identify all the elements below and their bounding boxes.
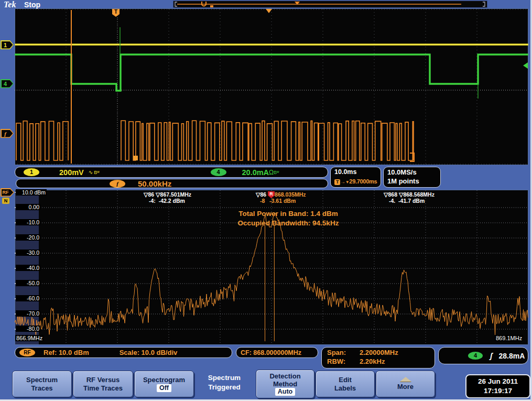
y-axis-label: -30.0 [16, 250, 40, 256]
marker-right-freq: 868.568MHz [403, 191, 435, 198]
trigger-readout-pill: 4 ʃ 28.8mA [438, 347, 528, 364]
marker-right-clipped-freq: 868 [388, 191, 397, 198]
button-label: Detection [269, 372, 300, 380]
button-label: Spectrogram [143, 376, 185, 384]
rf-channel-tag-label: RF [1, 188, 14, 197]
y-axis-label: -70.0 [16, 310, 40, 317]
datetime-display: 26 Jun 2011 17:19:17 [465, 374, 530, 398]
button-label: Labels [334, 384, 356, 392]
spectrogram-button[interactable]: Spectrogram Off [134, 371, 194, 397]
channel1-tag[interactable]: 1 [1, 40, 14, 49]
occupied-bandwidth-text: Occupied Bandwidth: 94.5kHz [191, 219, 385, 228]
record-length: 1M points [387, 177, 440, 185]
span-value: 2.20000MHz [360, 349, 398, 356]
rf-versus-time-button[interactable]: RF Versus Time Traces [73, 371, 133, 397]
rf-settings-pill: RF Ref: 10.0 dBm Scale: 10.0 dB/div [15, 347, 232, 358]
ohm-icon: Ω [269, 169, 274, 176]
button-label: Method [273, 380, 297, 388]
button-label: Time Traces [83, 384, 123, 392]
marker-left-freq: 867.501MHz [160, 191, 192, 198]
normal-trace-badge: N [2, 198, 9, 204]
stop-frequency-label: 869.1MHz [495, 335, 523, 341]
channel4-badge: 4 [211, 168, 226, 176]
edit-labels-button[interactable]: Edit Labels [316, 371, 375, 397]
rising-edge-icon: ʃ [490, 352, 492, 360]
button-label: Traces [31, 384, 52, 392]
marker-center-amp: -3.61 dBm [269, 198, 296, 204]
channel4-scale: 20.0mA [242, 168, 269, 177]
ref-level-label: 10.0 dBm [16, 189, 47, 196]
y-axis-label: -20.0 [16, 234, 40, 241]
noise-filter-icon: ∿ [89, 169, 93, 175]
rf-badge: RF [19, 349, 35, 356]
channel4-tag[interactable]: 4 [1, 79, 14, 88]
oscilloscope-screen: Tek Stop 1 4 f T 1 200mV ∿ Bʷ 4 20.0mA Ω… [0, 0, 532, 401]
spectrogram-state: Off [157, 384, 171, 392]
trigger-source-badge: 4 [468, 352, 483, 360]
tek-logo: Tek [4, 0, 16, 9]
arrow-icon: → [340, 179, 345, 185]
start-frequency-label: 866.9MHz [15, 335, 44, 341]
center-frequency-pill: CF: 868.000000MHz [236, 347, 318, 358]
band-measurement-annotation: Total Power in Band: 1.4 dBm Occupied Ba… [191, 209, 385, 228]
rbw-label: RBW: [327, 357, 360, 365]
bandwidth-icon: Bʷ [274, 170, 279, 175]
span-rbw-box: Span: 2.20000MHz RBW: 2.20kHz [321, 347, 435, 369]
marker-left-clipped-amp: -4: [149, 198, 156, 204]
button-label: Edit [339, 376, 352, 384]
time-label: 17:19:17 [484, 386, 512, 396]
marker-left-amp-row: -4: -42.2 dBm [149, 198, 185, 204]
date-label: 26 Jun 2011 [478, 377, 518, 386]
mode-label-line: Triggered [198, 383, 251, 392]
rf-time-tag-label: f [1, 129, 14, 138]
y-axis-label: -40.0 [16, 265, 40, 271]
marker-left-clipped-freq: 86 [148, 191, 154, 198]
button-label: Spectrum [26, 376, 58, 384]
frequency-readout-pill: f 50.00kHz [16, 179, 328, 188]
marker-center-clipped-amp: -8 [260, 198, 265, 204]
rf-time-tag[interactable]: f [1, 129, 14, 138]
trigger-t-icon: T [334, 179, 340, 185]
more-button[interactable]: More [376, 371, 435, 397]
horizontal-settings-box: 10.0ms T→▼29.7000ms [330, 167, 381, 188]
mode-label-line: Spectrum [198, 373, 251, 383]
sample-rate: 10.0MS/s [387, 168, 440, 176]
total-power-text: Total Power in Band: 1.4 dBm [191, 209, 385, 219]
marker-center-freq: 868.035MHz [275, 191, 306, 198]
y-axis-label: -50.0 [16, 280, 40, 286]
rbw-value: 2.20kHz [360, 357, 385, 365]
marker-triangle-icon: ▽ [156, 191, 160, 198]
scale-readout: Scale: 10.0 dB/div [120, 349, 178, 356]
marker-right-clipped-amp: -4. [389, 198, 395, 204]
y-axis-label: -80.0 [16, 326, 40, 332]
marker-left-amp: -42.2 dBm [159, 198, 185, 204]
rf-channel-tag[interactable]: RF [1, 188, 14, 197]
channel-readout-pill: 1 200mV ∿ Bʷ 4 20.0mA Ω Bʷ [15, 167, 328, 178]
trigger-delay: 29.7000ms [349, 178, 377, 185]
y-axis-label: 0.00 [16, 204, 40, 210]
menu-mode-label: Spectrum Triggered [198, 373, 251, 392]
detection-method-button[interactable]: Detection Method Auto [256, 370, 314, 398]
marker-center-amp-row: -8 -3.61 dBm [260, 198, 296, 204]
up-arrow-icon [400, 377, 411, 382]
y-axis-label: -10.0 [16, 219, 40, 225]
detection-method-state: Auto [275, 388, 295, 396]
freq-measure-badge: f [110, 180, 125, 188]
span-label: Span: [327, 349, 360, 356]
time-domain-graticule [15, 8, 528, 165]
channel4-tag-label: 4 [1, 79, 14, 88]
channel1-badge: 1 [24, 168, 39, 176]
time-per-div: 10.0ms [334, 168, 381, 176]
trigger-level-readout: 28.8mA [498, 352, 525, 360]
button-label: More [397, 383, 414, 391]
frequency-measurement: 50.00kHz [138, 179, 171, 188]
button-label: RF Versus [86, 376, 120, 384]
ref-level-readout: Ref: 10.0 dBm [44, 349, 89, 356]
spectrum-traces-button[interactable]: Spectrum Traces [12, 371, 72, 397]
acquisition-status: Stop [24, 1, 40, 9]
y-axis-label: -60.0 [16, 295, 40, 301]
marker-center-clipped-freq: 86 [260, 191, 266, 198]
marker-right-amp: -41.7 dBm [398, 198, 425, 204]
bandwidth-icon: Bʷ [94, 170, 99, 175]
acquisition-timeline [173, 1, 487, 8]
